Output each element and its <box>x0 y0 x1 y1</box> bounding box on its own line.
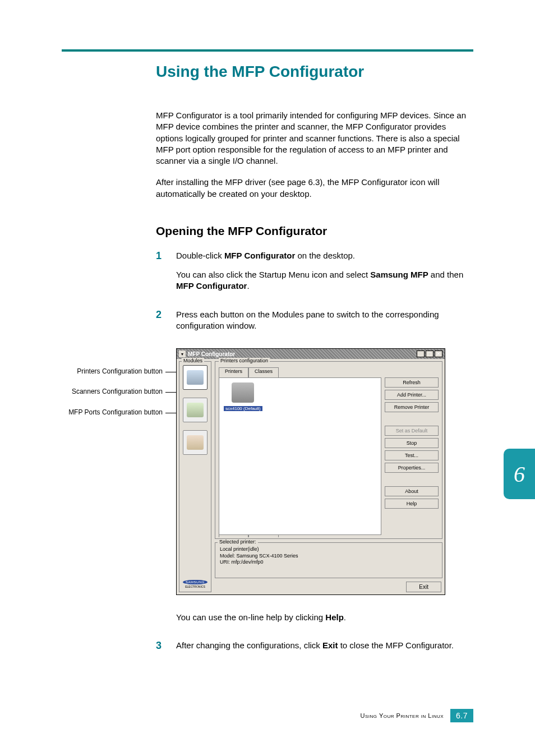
step-1: 1 Double-click MFP Configurator on the d… <box>156 250 473 300</box>
step-2b-text: You can use the on-line help by clicking… <box>176 612 473 623</box>
printer-name: scx4100 (Default) <box>224 406 262 411</box>
selected-printer-group: Selected printer: Local printer(idle) Mo… <box>215 542 442 578</box>
heading-sub: Opening the MFP Configurator <box>156 224 473 238</box>
step-3: 3 After changing the configurations, cli… <box>156 640 473 659</box>
port-icon <box>187 435 204 450</box>
printers-config-label: Printers configuration <box>219 358 270 363</box>
step-2-text: Press each button on the Modules pane to… <box>176 309 473 332</box>
footer-text: Using Your Printer in Linux <box>361 712 444 719</box>
selected-printer-label: Selected printer: <box>218 539 258 546</box>
about-button[interactable]: About <box>385 486 439 496</box>
step-number: 2 <box>156 309 166 340</box>
heading-main: Using the MFP Configurator <box>156 63 473 81</box>
test-button[interactable]: Test... <box>385 450 439 460</box>
modules-label: Modules <box>182 358 204 363</box>
chapter-tab: 6 <box>504 449 535 499</box>
titlebar: ▾ MFP Configurator _ □ ✕ <box>177 349 445 359</box>
scanners-config-button[interactable] <box>183 398 207 422</box>
selected-line-3: URI: mfp:/dev/mfp0 <box>220 559 437 566</box>
scanner-icon <box>187 403 204 417</box>
printers-configuration-group: Printers configuration Printers Classes … <box>215 361 442 539</box>
modules-pane: Modules SAMSUNG ELECTRONICS <box>179 361 211 592</box>
printer-icon <box>187 370 204 385</box>
step-number: 1 <box>156 250 166 300</box>
printer-list[interactable]: scx4100 (Default) <box>219 377 381 535</box>
intro-para-1: MFP Configurator is a tool primarily int… <box>156 110 473 167</box>
printer-device-icon <box>232 382 254 403</box>
page-number: 6.7 <box>450 709 473 722</box>
help-button[interactable]: Help <box>385 499 439 509</box>
step-number: 3 <box>156 640 166 659</box>
figure-mfp-configurator: Printers Configuration button Scanners C… <box>62 348 454 595</box>
printer-actions: Refresh Add Printer... Remove Printer Se… <box>385 377 439 535</box>
remove-printer-button[interactable]: Remove Printer <box>385 402 439 412</box>
step-2: 2 Press each button on the Modules pane … <box>156 309 473 340</box>
step-3-text: After changing the configurations, click… <box>176 640 473 651</box>
minimize-button[interactable]: _ <box>417 351 425 357</box>
stop-button[interactable]: Stop <box>385 438 439 448</box>
selected-line-1: Local printer(idle) <box>220 546 437 553</box>
printer-item[interactable]: scx4100 (Default) <box>224 382 262 411</box>
maximize-button[interactable]: □ <box>426 351 433 357</box>
exit-button[interactable]: Exit <box>406 582 441 592</box>
add-printer-button[interactable]: Add Printer... <box>385 390 439 400</box>
window-title: MFP Configurator <box>188 351 235 357</box>
printers-config-button[interactable] <box>183 365 207 390</box>
step-1-line-1: Double-click MFP Configurator on the des… <box>176 250 473 261</box>
close-button[interactable]: ✕ <box>435 351 442 357</box>
section-rule <box>62 49 473 52</box>
properties-button[interactable]: Properties... <box>385 463 439 473</box>
mfp-ports-config-button[interactable] <box>183 430 207 455</box>
selected-line-2: Model: Samsung SCX-4100 Series <box>220 553 437 560</box>
callout-printers: Printers Configuration button <box>62 367 163 375</box>
refresh-button[interactable]: Refresh <box>385 377 439 388</box>
callout-scanners: Scanners Configuration button <box>62 388 163 395</box>
page-footer: Using Your Printer in Linux 6.7 <box>361 709 473 722</box>
app-window: ▾ MFP Configurator _ □ ✕ Modules <box>176 348 445 595</box>
callout-ports: MFP Ports Configuration button <box>62 408 163 416</box>
step-2-continued: 2 You can use the on-line help by clicki… <box>156 612 473 631</box>
intro-para-2: After installing the MFP driver (see pag… <box>156 177 473 200</box>
step-1-line-2: You can also click the Startup Menu icon… <box>176 269 473 292</box>
window-menu-icon[interactable]: ▾ <box>179 351 186 357</box>
brand-logo: SAMSUNG ELECTRONICS <box>183 580 207 588</box>
set-default-button[interactable]: Set as Default <box>385 426 439 436</box>
